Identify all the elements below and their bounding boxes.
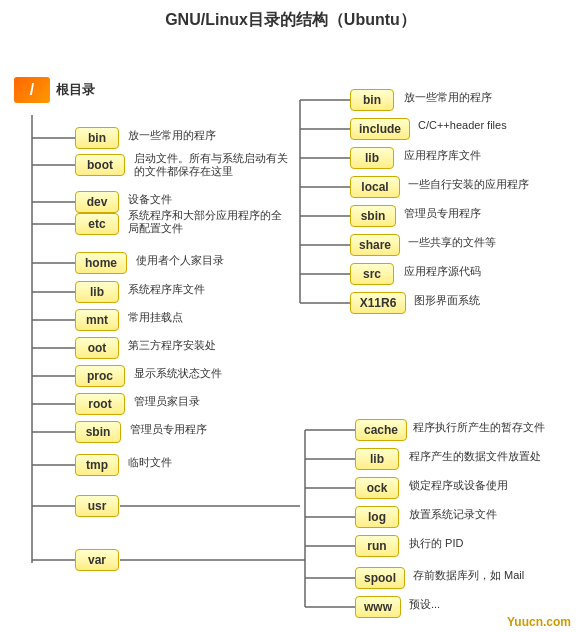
- node-root: root: [75, 393, 125, 415]
- desc-var-lock: 锁定程序或设备使用: [409, 478, 508, 493]
- node-proc: proc: [75, 365, 125, 387]
- desc-usr-include: C/C++header files: [418, 119, 507, 131]
- node-usr-lib: lib: [350, 147, 394, 169]
- node-etc: etc: [75, 213, 119, 235]
- node-boot: boot: [75, 154, 125, 176]
- desc-proc: 显示系统状态文件: [134, 366, 222, 381]
- root-node: / 根目录: [14, 77, 95, 103]
- desc-root: 管理员家目录: [134, 394, 200, 409]
- desc-usr-local: 一些自行安装的应用程序: [408, 177, 529, 192]
- root-slash-icon: /: [14, 77, 50, 103]
- desc-var-cache: 程序执行所产生的暂存文件: [413, 420, 545, 435]
- desc-usr-lib: 应用程序库文件: [404, 148, 481, 163]
- desc-var-run: 执行的 PID: [409, 536, 463, 551]
- node-usr-x11r6: X11R6: [350, 292, 406, 314]
- node-bin: bin: [75, 127, 119, 149]
- node-usr-include: include: [350, 118, 410, 140]
- desc-lib: 系统程序库文件: [128, 282, 205, 297]
- node-var-lock: ock: [355, 477, 399, 499]
- desc-var-spool: 存前数据库列，如 Mail: [413, 568, 524, 583]
- desc-usr-src: 应用程序源代码: [404, 264, 481, 279]
- desc-var-www: 预设...: [409, 597, 440, 612]
- desc-usr-share: 一些共享的文件等: [408, 235, 496, 250]
- watermark: Yuucn.com: [507, 615, 571, 629]
- node-opt: oot: [75, 337, 119, 359]
- desc-tmp: 临时文件: [128, 455, 172, 470]
- node-usr-local: local: [350, 176, 400, 198]
- node-home: home: [75, 252, 127, 274]
- desc-etc: 系统程序和大部分应用程序的全局配置文件: [128, 209, 288, 235]
- node-var-www: www: [355, 596, 401, 618]
- node-var-lib: lib: [355, 448, 399, 470]
- node-usr-sbin: sbin: [350, 205, 396, 227]
- node-usr: usr: [75, 495, 119, 517]
- desc-sbin: 管理员专用程序: [130, 422, 207, 437]
- node-usr-src: src: [350, 263, 394, 285]
- desc-usr-bin: 放一些常用的程序: [404, 90, 492, 105]
- desc-var-lib: 程序产生的数据文件放置处: [409, 449, 541, 464]
- node-var: var: [75, 549, 119, 571]
- node-mnt: mnt: [75, 309, 119, 331]
- node-lib: lib: [75, 281, 119, 303]
- node-usr-bin: bin: [350, 89, 394, 111]
- node-var-log: log: [355, 506, 399, 528]
- desc-opt: 第三方程序安装处: [128, 338, 216, 353]
- node-var-spool: spool: [355, 567, 405, 589]
- desc-home: 使用者个人家目录: [136, 253, 224, 268]
- desc-bin: 放一些常用的程序: [128, 128, 216, 143]
- node-sbin: sbin: [75, 421, 121, 443]
- node-dev: dev: [75, 191, 119, 213]
- root-label: 根目录: [56, 81, 95, 99]
- node-var-run: run: [355, 535, 399, 557]
- desc-boot: 启动文件。所有与系统启动有关的文件都保存在这里: [134, 152, 294, 178]
- page-title: GNU/Linux目录的结构（Ubuntu）: [0, 0, 581, 39]
- desc-usr-sbin: 管理员专用程序: [404, 206, 481, 221]
- desc-mnt: 常用挂载点: [128, 310, 183, 325]
- desc-usr-x11r6: 图形界面系统: [414, 293, 480, 308]
- node-var-cache: cache: [355, 419, 407, 441]
- node-usr-share: share: [350, 234, 400, 256]
- node-tmp: tmp: [75, 454, 119, 476]
- desc-dev: 设备文件: [128, 192, 172, 207]
- desc-var-log: 放置系统记录文件: [409, 507, 497, 522]
